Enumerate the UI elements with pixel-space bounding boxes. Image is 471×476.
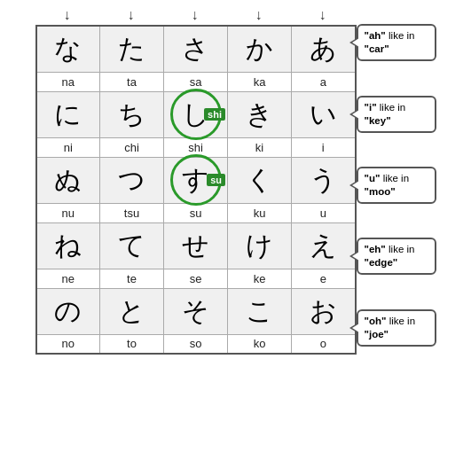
kana-row: ねてせけえ <box>36 222 356 269</box>
callout-line: "ah" like in <box>365 29 428 43</box>
callout-line: "moo" <box>365 185 428 199</box>
kana-character: ち <box>118 99 145 129</box>
romaji-cell: se <box>164 269 228 288</box>
callout-emphasis: "car" <box>365 43 389 54</box>
romaji-row: notosokoo <box>36 334 356 354</box>
kana-cell: suす <box>164 157 228 203</box>
romaji-cell: e <box>292 269 356 288</box>
callout-spacer: "ah" like in"car" <box>357 7 436 78</box>
kana-character: つ <box>118 165 145 194</box>
romaji-cell: ki <box>228 137 292 157</box>
kana-character: こ <box>246 296 273 325</box>
callout-box: "u" like in"moo" <box>357 167 436 204</box>
callout-emphasis: "edge" <box>365 257 398 268</box>
callouts-column: "ah" like in"car""i" like in"key""u" lik… <box>357 7 436 363</box>
romaji-row: netesekee <box>36 269 356 288</box>
kana-cell: な <box>36 26 100 72</box>
romaji-cell: i <box>292 137 356 157</box>
kana-row: のとそこお <box>36 288 356 334</box>
kana-cell: そ <box>164 288 228 334</box>
callout-line: "eh" like in <box>365 243 428 256</box>
kana-character: あ <box>310 34 337 63</box>
kana-table: なたさかあnatasakaaにちshiしきいnichishikiiぬつsuすくう… <box>35 25 357 355</box>
romaji-cell: te <box>100 269 164 288</box>
kana-cell: け <box>228 222 292 269</box>
arrow-indicator: ↓ <box>163 7 227 23</box>
romaji-cell: nu <box>36 203 100 222</box>
callout-box: "eh" like in"edge" <box>357 238 436 275</box>
romaji-cell: ta <box>100 72 164 91</box>
romaji-cell: a <box>292 72 356 91</box>
kana-cell: お <box>292 288 356 334</box>
kana-character: か <box>246 34 273 63</box>
callout-emphasis: "eh" <box>365 244 386 254</box>
callout-emphasis: "key" <box>365 115 391 126</box>
callout-line: "joe" <box>365 328 428 341</box>
callout-spacer: "u" like in"moo" <box>357 150 436 221</box>
romaji-cell: shi <box>164 137 228 157</box>
callout-line: "car" <box>365 43 428 56</box>
callout-line: "u" like in <box>365 172 428 185</box>
kana-cell: い <box>292 91 356 137</box>
arrow-indicator: ↓ <box>35 7 99 23</box>
romaji-cell: u <box>292 203 356 222</box>
callout-emphasis: "ah" <box>365 30 386 41</box>
callout-box: "oh" like in"joe" <box>357 309 436 347</box>
kana-character: な <box>54 34 82 63</box>
romaji-cell: su <box>164 203 228 222</box>
arrows-row: ↓↓↓↓↓ <box>35 7 357 23</box>
kana-character: お <box>310 296 337 325</box>
romaji-cell: chi <box>100 137 164 157</box>
callout-emphasis: "i" <box>365 102 377 113</box>
callout-emphasis: "moo" <box>365 186 396 197</box>
callout-line: "key" <box>365 114 428 128</box>
callout-line: "i" like in <box>365 101 428 114</box>
romaji-cell: ne <box>36 269 100 288</box>
main-container: ↓↓↓↓↓ なたさかあnatasakaaにちshiしきいnichishikiiぬ… <box>35 7 436 363</box>
kana-character: い <box>310 99 337 129</box>
kana-cell: か <box>228 26 292 72</box>
kana-cell: え <box>292 222 356 269</box>
kana-cell: shiし <box>164 91 228 137</box>
kana-character: せ <box>182 230 209 260</box>
kana-character: そ <box>182 296 209 325</box>
romaji-cell: ni <box>36 137 100 157</box>
arrow-indicator: ↓ <box>227 7 291 23</box>
romaji-cell: ka <box>228 72 292 91</box>
kana-row: にちshiしきい <box>36 91 356 137</box>
kana-cell: せ <box>164 222 228 269</box>
callout-line: "edge" <box>365 256 428 269</box>
kana-row: ぬつsuすくう <box>36 157 356 203</box>
kana-character: の <box>54 296 82 325</box>
callout-line: "oh" like in <box>365 315 428 328</box>
kana-character: ぬ <box>54 165 82 194</box>
romaji-row: nichishikii <box>36 137 356 157</box>
kana-character: す <box>182 165 209 194</box>
romaji-cell: ke <box>228 269 292 288</box>
romaji-cell: ko <box>228 334 292 354</box>
romaji-badge: shi <box>204 108 225 121</box>
romaji-cell: na <box>36 72 100 91</box>
kana-cell: に <box>36 91 100 137</box>
kana-cell: さ <box>164 26 228 72</box>
callout-emphasis: "oh" <box>365 316 387 326</box>
callout-box: "i" like in"key" <box>357 96 436 133</box>
kana-table-wrapper: ↓↓↓↓↓ なたさかあnatasakaaにちshiしきいnichishikiiぬ… <box>35 7 357 355</box>
kana-character: う <box>310 165 337 194</box>
kana-character: き <box>246 99 273 129</box>
kana-cell: つ <box>100 157 164 203</box>
arrow-indicator: ↓ <box>291 7 355 23</box>
callout-emphasis: "u" <box>365 173 381 183</box>
callout-spacer: "oh" like in"joe" <box>357 293 436 363</box>
kana-character: た <box>118 34 145 63</box>
romaji-cell: no <box>36 334 100 354</box>
kana-cell: う <box>292 157 356 203</box>
kana-cell: ね <box>36 222 100 269</box>
callout-spacer: "i" like in"key" <box>357 78 436 149</box>
kana-character: ね <box>54 230 82 260</box>
romaji-cell: tsu <box>100 203 164 222</box>
romaji-cell: ku <box>228 203 292 222</box>
romaji-cell: sa <box>164 72 228 91</box>
romaji-cell: so <box>164 334 228 354</box>
kana-character: と <box>118 296 145 325</box>
